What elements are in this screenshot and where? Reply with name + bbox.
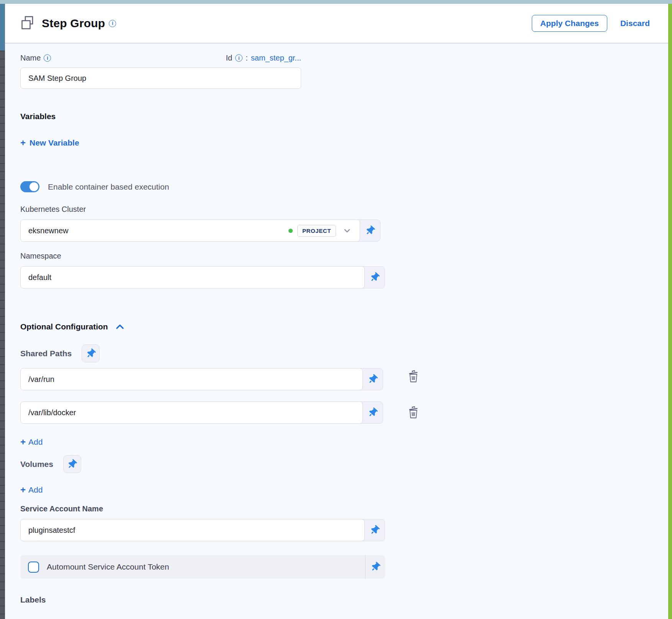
new-variable-button[interactable]: + New Variable xyxy=(20,138,79,147)
shared-paths-pin-button[interactable] xyxy=(82,344,100,362)
left-edge-strip-top xyxy=(0,4,5,51)
add-shared-path-button[interactable]: + Add xyxy=(20,437,43,447)
automount-checkbox-row: Automount Service Account Token xyxy=(20,562,365,573)
pin-icon xyxy=(84,347,97,360)
plus-icon: + xyxy=(20,437,26,447)
id-label: Id xyxy=(226,54,233,62)
automount-pin-button[interactable] xyxy=(365,555,385,579)
namespace-input[interactable] xyxy=(21,267,364,288)
name-label: Name xyxy=(20,54,41,62)
shared-path-input[interactable] xyxy=(21,402,362,423)
shared-path-row xyxy=(20,401,668,424)
add-label: Add xyxy=(28,485,43,495)
cluster-adornments: PROJECT xyxy=(288,225,360,237)
add-label: Add xyxy=(28,437,43,447)
title-info-icon[interactable]: i xyxy=(109,20,116,27)
namespace-input-wrap xyxy=(20,266,365,288)
trash-icon xyxy=(407,405,420,420)
name-input[interactable] xyxy=(21,68,301,88)
form-content: Name i Id i : sam_step_gr... Variables +… xyxy=(5,43,668,619)
name-input-wrap xyxy=(20,67,301,89)
automount-label: Automount Service Account Token xyxy=(47,562,169,572)
pin-icon xyxy=(368,524,381,537)
optional-configuration-toggle[interactable]: Optional Configuration xyxy=(20,322,125,332)
optional-configuration-heading: Optional Configuration xyxy=(20,322,108,331)
plus-icon: + xyxy=(20,485,26,495)
panel-header: Step Group i Apply Changes Discard xyxy=(5,4,668,43)
left-edge-strip-bottom xyxy=(0,51,5,619)
kubernetes-cluster-select[interactable]: PROJECT xyxy=(20,219,360,242)
pin-icon xyxy=(369,560,382,573)
kubernetes-cluster-label: Kubernetes Cluster xyxy=(20,205,668,214)
id-group: Id i : sam_step_gr... xyxy=(226,54,301,62)
namespace-field xyxy=(20,266,385,288)
id-value-link[interactable]: sam_step_gr... xyxy=(251,54,301,62)
discard-button[interactable]: Discard xyxy=(620,19,650,28)
namespace-pin-button[interactable] xyxy=(365,267,385,288)
shared-paths-row: Shared Paths xyxy=(20,344,668,362)
shared-path-input-wrap xyxy=(20,401,363,424)
automount-token-bar: Automount Service Account Token xyxy=(20,555,385,579)
pin-icon xyxy=(66,458,79,471)
chevron-down-icon[interactable] xyxy=(343,226,351,235)
namespace-label: Namespace xyxy=(20,252,668,260)
shared-path-input-wrap xyxy=(20,368,363,390)
kubernetes-cluster-field: PROJECT xyxy=(20,219,380,242)
pin-icon xyxy=(368,271,381,284)
name-info-icon[interactable]: i xyxy=(44,54,51,62)
automount-checkbox[interactable] xyxy=(28,562,39,573)
apply-changes-button[interactable]: Apply Changes xyxy=(532,15,607,32)
shared-path-row xyxy=(20,362,668,390)
volumes-row: Volumes xyxy=(20,455,668,473)
left-edge-strip xyxy=(0,4,5,619)
window-top-bar xyxy=(0,0,672,4)
service-account-input[interactable] xyxy=(21,519,364,541)
service-account-label: Service Account Name xyxy=(20,504,668,513)
name-label-group: Name i xyxy=(20,54,51,62)
status-dot-icon xyxy=(288,229,293,233)
page-title: Step Group xyxy=(42,17,105,30)
trash-icon xyxy=(407,369,420,384)
labels-label: Labels xyxy=(20,595,668,604)
shared-path-pin-button[interactable] xyxy=(363,402,383,423)
id-info-icon[interactable]: i xyxy=(235,54,243,62)
shared-path-pin-button[interactable] xyxy=(363,368,383,390)
step-group-panel: Step Group i Apply Changes Discard Name … xyxy=(5,4,668,619)
chevron-up-icon[interactable] xyxy=(115,322,125,332)
right-edge-strip xyxy=(668,4,672,619)
pin-icon xyxy=(364,224,377,237)
delete-shared-path-button[interactable] xyxy=(407,369,420,384)
service-account-pin-button[interactable] xyxy=(365,519,385,541)
shared-path-field xyxy=(20,401,383,424)
name-id-row: Name i Id i : sam_step_gr... xyxy=(20,54,301,62)
step-group-icon xyxy=(21,16,36,31)
service-account-field xyxy=(20,519,385,541)
add-volume-button[interactable]: + Add xyxy=(20,485,43,495)
volumes-label: Volumes xyxy=(20,460,53,469)
container-execution-row: Enable container based execution xyxy=(20,181,668,192)
shared-path-field xyxy=(20,368,383,390)
container-execution-label: Enable container based execution xyxy=(48,182,169,192)
variables-heading: Variables xyxy=(20,112,668,121)
container-execution-toggle[interactable] xyxy=(20,181,39,192)
volumes-pin-button[interactable] xyxy=(63,455,81,473)
kubernetes-cluster-input[interactable] xyxy=(21,220,288,241)
pin-icon xyxy=(366,406,379,419)
pin-icon xyxy=(366,373,379,386)
kubernetes-cluster-pin-button[interactable] xyxy=(360,220,380,241)
shared-path-input[interactable] xyxy=(21,368,362,390)
scope-badge: PROJECT xyxy=(297,225,336,237)
toggle-knob xyxy=(30,182,38,191)
id-colon: : xyxy=(246,54,248,62)
shared-paths-label: Shared Paths xyxy=(20,349,72,358)
plus-icon: + xyxy=(20,138,26,147)
delete-shared-path-button[interactable] xyxy=(407,405,420,420)
new-variable-label: New Variable xyxy=(30,138,79,147)
service-account-input-wrap xyxy=(20,519,365,541)
